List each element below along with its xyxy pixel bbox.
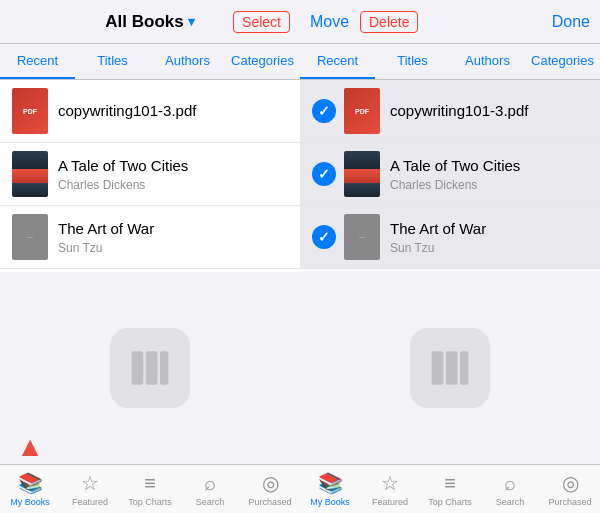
book-title: copywriting101-3.pdf — [58, 101, 288, 121]
book-thumbnail: — — [344, 214, 380, 260]
left-panel: All Books ▾ Select Recent Titles Authors… — [0, 0, 300, 513]
left-tabbar-purchased[interactable]: ◎ Purchased — [240, 465, 300, 513]
left-tab-authors[interactable]: Authors — [150, 44, 225, 79]
right-tabbar-mybooks[interactable]: 📚 My Books — [300, 465, 360, 513]
right-tab-titles[interactable]: Titles — [375, 44, 450, 79]
selection-check — [312, 162, 336, 186]
topcharts-label: Top Charts — [128, 497, 172, 507]
book-info: copywriting101-3.pdf — [58, 101, 288, 121]
left-tab-categories[interactable]: Categories — [225, 44, 300, 79]
book-info: A Tale of Two Cities Charles Dickens — [58, 156, 288, 192]
purchased-label: Purchased — [248, 497, 291, 507]
svg-rect-5 — [460, 351, 468, 384]
books-icon — [425, 343, 475, 393]
search-label: Search — [196, 497, 225, 507]
left-tabbar-mybooks[interactable]: ▲ 📚 My Books — [0, 465, 60, 513]
right-tabbar-featured[interactable]: ☆ Featured — [360, 465, 420, 513]
topcharts-icon: ≡ — [444, 472, 456, 495]
featured-label: Featured — [372, 497, 408, 507]
book-thumbnail — [12, 151, 48, 197]
right-tabbar-topcharts[interactable]: ≡ Top Charts — [420, 465, 480, 513]
right-library-placeholder-icon — [410, 328, 490, 408]
svg-rect-0 — [132, 351, 144, 384]
book-info: The Art of War Sun Tzu — [58, 219, 288, 255]
left-header: All Books ▾ Select — [0, 0, 300, 44]
mybooks-label: My Books — [310, 497, 350, 507]
list-item[interactable]: A Tale of Two Cities Charles Dickens — [0, 143, 300, 206]
book-info: A Tale of Two Cities Charles Dickens — [390, 156, 588, 192]
left-tabbar-search[interactable]: ⌕ Search — [180, 465, 240, 513]
purchased-icon: ◎ — [562, 471, 579, 495]
search-icon: ⌕ — [204, 472, 216, 495]
purchased-label: Purchased — [548, 497, 591, 507]
left-tab-recent[interactable]: Recent — [0, 44, 75, 79]
mybooks-icon: 📚 — [18, 471, 43, 495]
right-tabbar-purchased[interactable]: ◎ Purchased — [540, 465, 600, 513]
war-thumb: — — [344, 214, 380, 260]
select-button[interactable]: Select — [233, 11, 290, 33]
red-arrow-indicator: ▲ — [16, 433, 44, 461]
search-icon: ⌕ — [504, 472, 516, 495]
book-author: Charles Dickens — [58, 178, 288, 192]
all-books-label: All Books — [105, 12, 183, 32]
right-tab-categories[interactable]: Categories — [525, 44, 600, 79]
book-author: Sun Tzu — [58, 241, 288, 255]
purchased-icon: ◎ — [262, 471, 279, 495]
war-thumb: — — [12, 214, 48, 260]
move-button[interactable]: Move — [310, 13, 349, 31]
library-placeholder-icon — [110, 328, 190, 408]
right-tab-recent[interactable]: Recent — [300, 44, 375, 79]
svg-rect-1 — [146, 351, 158, 384]
title-chevron-icon: ▾ — [188, 14, 195, 29]
right-tabbar-search[interactable]: ⌕ Search — [480, 465, 540, 513]
left-book-panel: All Books ▾ Select Recent Titles Authors… — [0, 0, 300, 513]
featured-icon: ☆ — [81, 471, 99, 495]
books-icon — [125, 343, 175, 393]
book-title: copywriting101-3.pdf — [390, 101, 588, 121]
selection-check — [312, 99, 336, 123]
book-author: Charles Dickens — [390, 178, 588, 192]
right-header: Move Delete Done — [300, 0, 600, 44]
book-title: A Tale of Two Cities — [390, 156, 588, 176]
left-book-list: PDF copywriting101-3.pdf A Tale of Two C… — [0, 80, 300, 272]
search-label: Search — [496, 497, 525, 507]
svg-rect-2 — [160, 351, 168, 384]
book-info: copywriting101-3.pdf — [390, 101, 588, 121]
mybooks-label: My Books — [10, 497, 50, 507]
list-item[interactable]: PDF copywriting101-3.pdf — [0, 80, 300, 143]
list-item[interactable]: — The Art of War Sun Tzu — [0, 206, 300, 269]
left-tabbar-featured[interactable]: ☆ Featured — [60, 465, 120, 513]
svg-rect-3 — [432, 351, 444, 384]
book-title: The Art of War — [390, 219, 588, 239]
right-panel: Move Delete Done Recent Titles Authors C… — [300, 0, 600, 513]
svg-rect-4 — [446, 351, 458, 384]
right-tabs: Recent Titles Authors Categories — [300, 44, 600, 80]
selection-check — [312, 225, 336, 249]
delete-button[interactable]: Delete — [360, 11, 418, 33]
list-item[interactable]: A Tale of Two Cities Charles Dickens — [300, 143, 600, 206]
book-title: A Tale of Two Cities — [58, 156, 288, 176]
pdf-thumb: PDF — [344, 88, 380, 134]
featured-icon: ☆ — [381, 471, 399, 495]
left-panel-title: All Books ▾ — [105, 12, 194, 32]
empty-library-placeholder — [0, 272, 300, 464]
topcharts-label: Top Charts — [428, 497, 472, 507]
done-button[interactable]: Done — [552, 13, 590, 31]
book-title: The Art of War — [58, 219, 288, 239]
list-item[interactable]: PDF copywriting101-3.pdf — [300, 80, 600, 143]
left-tabbar-topcharts[interactable]: ≡ Top Charts — [120, 465, 180, 513]
left-tab-bar: ▲ 📚 My Books ☆ Featured ≡ Top Charts ⌕ S… — [0, 464, 300, 513]
left-tabs: Recent Titles Authors Categories — [0, 44, 300, 80]
book-info: The Art of War Sun Tzu — [390, 219, 588, 255]
pdf-thumb: PDF — [12, 88, 48, 134]
right-book-list: PDF copywriting101-3.pdf A Tale of Two C… — [300, 80, 600, 272]
right-empty-placeholder — [300, 272, 600, 464]
tale-thumb — [344, 151, 380, 197]
right-tab-authors[interactable]: Authors — [450, 44, 525, 79]
mybooks-icon: 📚 — [318, 471, 343, 495]
right-tab-bar: 📚 My Books ☆ Featured ≡ Top Charts ⌕ Sea… — [300, 464, 600, 513]
book-thumbnail — [344, 151, 380, 197]
list-item[interactable]: — The Art of War Sun Tzu — [300, 206, 600, 269]
left-tab-titles[interactable]: Titles — [75, 44, 150, 79]
right-book-panel: Move Delete Done Recent Titles Authors C… — [300, 0, 600, 513]
